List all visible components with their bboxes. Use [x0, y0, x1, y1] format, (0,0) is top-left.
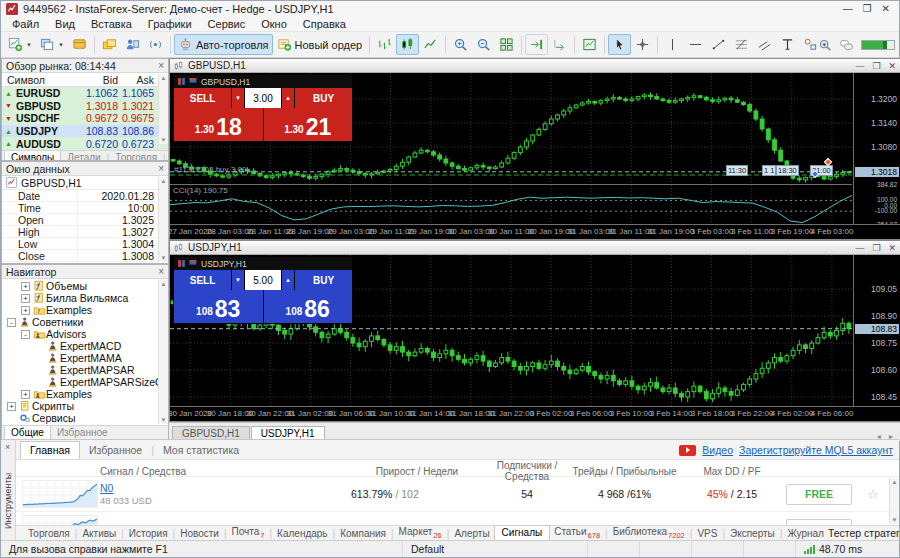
close-icon[interactable]: ×	[158, 267, 164, 277]
navigator-item-скрипты[interactable]: +Скрипты	[2, 400, 168, 412]
navigator-button[interactable]	[121, 34, 144, 55]
toolbox-bottom-tab-история[interactable]: История	[125, 528, 172, 539]
toolbox-bottom-tab-эксперты[interactable]: Эксперты	[726, 528, 779, 539]
auto-scroll-button[interactable]	[548, 34, 571, 55]
toolbox-bottom-tab-статьи[interactable]: Статьи678	[550, 526, 604, 540]
navigator-item-examples[interactable]: +Examples	[2, 304, 168, 316]
toolbox-bottom-tab-vps[interactable]: VPS	[693, 528, 721, 539]
expand-icon[interactable]: +	[21, 306, 30, 315]
navigator-item-expertmama[interactable]: ExpertMAMA	[2, 352, 168, 364]
market-watch-tab-3[interactable]: Торговля	[109, 151, 163, 161]
fibo-button[interactable]	[730, 34, 753, 55]
menu-вставка[interactable]: Вставка	[83, 18, 140, 30]
chart-window-usdjpy[interactable]: USDJPY,H1—❒✕109.05108.90108.75108.60108.…	[169, 240, 900, 422]
signal-name-link[interactable]: Prospector Scalper EA	[100, 523, 206, 525]
tile-windows-button[interactable]	[495, 34, 518, 55]
menu-сервис[interactable]: Сервис	[200, 18, 254, 30]
expand-icon[interactable]: +	[21, 390, 30, 399]
minimize-button[interactable]: —	[855, 61, 864, 71]
minimize-button[interactable]: —	[855, 243, 864, 253]
chart-title-bar[interactable]: GBPUSD,H1—❒✕	[170, 59, 900, 73]
navigator-tab-1[interactable]: Общие	[4, 425, 51, 440]
register-mql5-link[interactable]: Зарегистрируйте MQL5 аккаунт	[739, 444, 893, 456]
indicator-pane-cci[interactable]: CCI(14) 190.75	[170, 184, 852, 224]
navigator-item-билла-вильямса[interactable]: +Билла Вильямса	[2, 292, 168, 304]
buy-button[interactable]: BUY	[295, 270, 352, 290]
video-play-icon[interactable]	[679, 445, 696, 456]
time-axis[interactable]: 27 Jan 202028 Jan 03:0028 Jan 11:0028 Ja…	[170, 224, 900, 239]
candles-button[interactable]	[396, 34, 419, 55]
volume-value[interactable]: 3.00	[245, 88, 281, 108]
expand-icon[interactable]: +	[7, 402, 16, 411]
maximize-button[interactable]: ❒	[863, 2, 872, 16]
volume-down-icon[interactable]: ▼	[232, 88, 244, 108]
volume-down-icon[interactable]: ▼	[232, 270, 244, 290]
price-scale[interactable]: 1.32001.31401.30801.3018384.82100.000.00…	[853, 73, 900, 224]
close-icon[interactable]: ×	[5, 442, 10, 452]
toolbox-bottom-tab-почта[interactable]: Почта7	[228, 526, 269, 540]
shift-end-button[interactable]	[525, 34, 548, 55]
sell-price[interactable]: 10883	[174, 290, 263, 323]
close-button[interactable]: ✕	[888, 61, 896, 71]
sell-button[interactable]: SELL	[174, 270, 231, 290]
toolbox-bottom-tab-журнал[interactable]: Журнал	[783, 528, 828, 539]
toolbox-bottom-tab-алерты[interactable]: Алерты	[450, 528, 493, 539]
trendline-button[interactable]	[707, 34, 730, 55]
volume-up-icon[interactable]: ▲	[282, 270, 294, 290]
data-window-scrollbar[interactable]: ▲▼	[158, 177, 168, 262]
text-button[interactable]	[776, 34, 799, 55]
volume-stepper[interactable]: ▼5.00▲	[232, 270, 294, 290]
navigator-item-сервисы[interactable]: Сервисы	[2, 412, 168, 424]
navigator-item-советники[interactable]: -Советники	[2, 316, 168, 328]
strategy-tester-link[interactable]: Тестер стратегий	[828, 527, 899, 539]
channel-button[interactable]	[753, 34, 776, 55]
autotrade-button[interactable]: Авто-торговля	[174, 34, 273, 55]
signals-scrollbar[interactable]: ▲▼	[889, 478, 899, 524]
navigator-item-объемы[interactable]: +Объемы	[2, 280, 168, 292]
toolbox-bottom-tab-новости[interactable]: Новости	[176, 528, 223, 539]
market-watch-tab-2[interactable]: Детали	[61, 151, 106, 161]
toolbox-bottom-tab-торговля[interactable]: Торговля	[24, 528, 74, 539]
toolbox-tab-3[interactable]: Моя статистика	[154, 442, 248, 459]
navigator-scrollbar[interactable]: ▲▼	[158, 280, 168, 424]
navigator-tab-2[interactable]: Избранное	[51, 426, 114, 440]
menu-окно[interactable]: Окно	[253, 18, 295, 30]
signal-name-link[interactable]: N0	[100, 482, 113, 494]
market-watch-button[interactable]	[98, 34, 121, 55]
market-watch-row-usdjpy[interactable]: ▲USDJPY108.83108.86	[2, 125, 168, 138]
price-scale[interactable]: 109.05108.90108.75108.60108.45108.83	[853, 255, 900, 406]
navigator-item-expertmapsarsizeoptim[interactable]: ExpertMAPSARSizeOptim	[2, 376, 168, 388]
video-link[interactable]: Видео	[702, 444, 733, 456]
free-button[interactable]: FREE	[786, 519, 852, 526]
menu-справка[interactable]: Справка	[295, 18, 354, 30]
vline-button[interactable]	[661, 34, 684, 55]
templates-button[interactable]	[578, 34, 601, 55]
toolbox-bottom-tab-маркет[interactable]: Маркет26	[395, 526, 446, 540]
zoom-out-button[interactable]	[472, 34, 495, 55]
status-profile[interactable]: Default	[402, 541, 587, 557]
market-watch-row-usdchf[interactable]: ▼USDCHF0.96720.9675	[2, 112, 168, 125]
menu-вид[interactable]: Вид	[47, 18, 83, 30]
close-icon[interactable]: ×	[158, 164, 164, 174]
signals-button[interactable]	[144, 34, 167, 55]
market-watch-tab-1[interactable]: Символы	[4, 150, 61, 161]
toolbox-bottom-tab-сигналы[interactable]: Сигналы	[494, 525, 551, 540]
restore-button[interactable]: ❒	[872, 61, 880, 71]
new-chart-button[interactable]: ▼	[4, 34, 36, 55]
free-button[interactable]: FREE	[786, 484, 852, 505]
volume-up-icon[interactable]: ▲	[282, 88, 294, 108]
collapse-icon[interactable]: -	[7, 318, 16, 327]
buy-button[interactable]: BUY	[295, 88, 352, 108]
toolbox-bottom-tab-активы[interactable]: Активы	[78, 528, 120, 539]
crosshair-button[interactable]	[631, 34, 654, 55]
bars-button[interactable]	[373, 34, 396, 55]
toolbox-bottom-tab-календарь[interactable]: Календарь	[273, 528, 331, 539]
toolbox-tab-2[interactable]: Избранное	[80, 442, 151, 459]
buy-price[interactable]: 1.3021	[264, 108, 353, 141]
navigator-item-advisors[interactable]: -Advisors	[2, 328, 168, 340]
navigator-item-expertmacd[interactable]: ExpertMACD	[2, 340, 168, 352]
expand-icon[interactable]: +	[21, 282, 30, 291]
restore-button[interactable]: ❒	[872, 243, 880, 253]
history-center-button[interactable]	[68, 34, 91, 55]
navigator-item-examples[interactable]: +Examples	[2, 388, 168, 400]
